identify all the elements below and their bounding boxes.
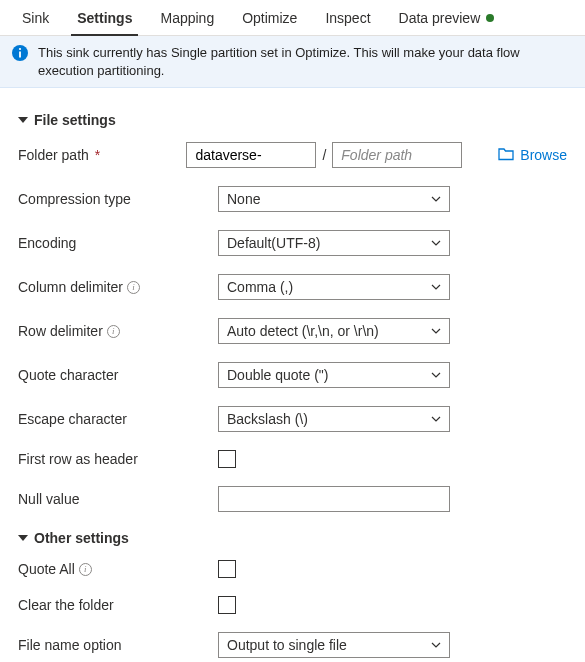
- label-quote-all: Quote All: [18, 561, 75, 577]
- section-title: Other settings: [34, 530, 129, 546]
- select-value: Auto detect (\r,\n, or \r\n): [227, 323, 379, 339]
- chevron-down-icon: [431, 282, 441, 292]
- tab-sink[interactable]: Sink: [8, 0, 63, 35]
- first-row-header-checkbox[interactable]: [218, 450, 236, 468]
- info-icon: i: [107, 325, 120, 338]
- browse-button[interactable]: Browse: [498, 147, 567, 164]
- clear-folder-checkbox[interactable]: [218, 596, 236, 614]
- label-first-row-header: First row as header: [18, 451, 138, 467]
- tab-label: Data preview: [399, 10, 481, 26]
- folder-icon: [498, 147, 514, 164]
- label-folder-path: Folder path: [18, 147, 89, 163]
- escape-character-select[interactable]: Backslash (\): [218, 406, 450, 432]
- tab-label: Sink: [22, 10, 49, 26]
- info-message: This sink currently has Single partition…: [38, 44, 573, 79]
- select-value: Backslash (\): [227, 411, 308, 427]
- select-value: Double quote ("): [227, 367, 328, 383]
- row-delimiter-select[interactable]: Auto detect (\r,\n, or \r\n): [218, 318, 450, 344]
- label-row-delimiter: Row delimiter: [18, 323, 103, 339]
- chevron-down-icon: [431, 370, 441, 380]
- chevron-down-icon: [431, 194, 441, 204]
- select-value: Comma (,): [227, 279, 293, 295]
- section-other-settings[interactable]: Other settings: [18, 530, 567, 546]
- encoding-select[interactable]: Default(UTF-8): [218, 230, 450, 256]
- tab-optimize[interactable]: Optimize: [228, 0, 311, 35]
- svg-rect-1: [19, 52, 21, 58]
- required-marker: *: [95, 147, 100, 163]
- caret-down-icon: [18, 535, 28, 541]
- caret-down-icon: [18, 117, 28, 123]
- tab-label: Settings: [77, 10, 132, 26]
- tab-label: Mapping: [160, 10, 214, 26]
- info-icon: i: [79, 563, 92, 576]
- compression-select[interactable]: None: [218, 186, 450, 212]
- tab-mapping[interactable]: Mapping: [146, 0, 228, 35]
- label-file-name-option: File name option: [18, 637, 122, 653]
- folder-sub-input[interactable]: [332, 142, 462, 168]
- label-null-value: Null value: [18, 491, 79, 507]
- select-value: Output to single file: [227, 637, 347, 653]
- quote-all-checkbox[interactable]: [218, 560, 236, 578]
- browse-label: Browse: [520, 147, 567, 163]
- chevron-down-icon: [431, 414, 441, 424]
- chevron-down-icon: [431, 238, 441, 248]
- chevron-down-icon: [431, 326, 441, 336]
- select-value: Default(UTF-8): [227, 235, 320, 251]
- info-icon: i: [127, 281, 140, 294]
- quote-character-select[interactable]: Double quote ("): [218, 362, 450, 388]
- column-delimiter-select[interactable]: Comma (,): [218, 274, 450, 300]
- tab-inspect[interactable]: Inspect: [311, 0, 384, 35]
- tab-label: Optimize: [242, 10, 297, 26]
- section-title: File settings: [34, 112, 116, 128]
- status-dot-icon: [486, 14, 494, 22]
- label-escape-character: Escape character: [18, 411, 127, 427]
- file-name-option-select[interactable]: Output to single file: [218, 632, 450, 658]
- info-icon: [12, 45, 28, 61]
- tab-data-preview[interactable]: Data preview: [385, 0, 509, 35]
- tab-bar: Sink Settings Mapping Optimize Inspect D…: [0, 0, 585, 36]
- section-file-settings[interactable]: File settings: [18, 112, 567, 128]
- label-column-delimiter: Column delimiter: [18, 279, 123, 295]
- tab-label: Inspect: [325, 10, 370, 26]
- label-quote-character: Quote character: [18, 367, 118, 383]
- tab-settings[interactable]: Settings: [63, 0, 146, 35]
- label-compression: Compression type: [18, 191, 131, 207]
- info-bar: This sink currently has Single partition…: [0, 36, 585, 88]
- path-separator: /: [322, 147, 326, 163]
- select-value: None: [227, 191, 260, 207]
- chevron-down-icon: [431, 640, 441, 650]
- label-encoding: Encoding: [18, 235, 76, 251]
- folder-container-input[interactable]: [186, 142, 316, 168]
- null-value-input[interactable]: [218, 486, 450, 512]
- svg-point-2: [19, 48, 21, 50]
- label-clear-folder: Clear the folder: [18, 597, 114, 613]
